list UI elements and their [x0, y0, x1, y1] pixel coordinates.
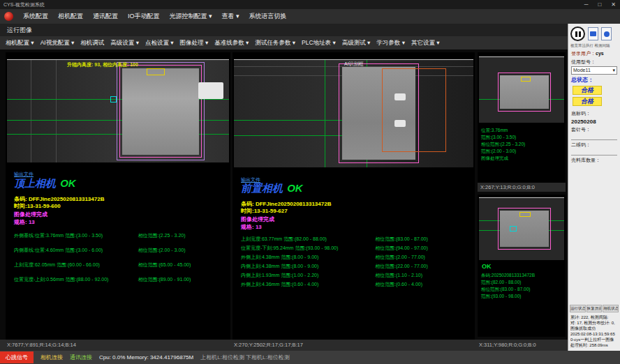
connector-part — [198, 82, 223, 99]
toolbar-ai-vision-config[interactable]: AI视觉配置 ▾ — [40, 39, 75, 47]
marker-yellow — [521, 77, 531, 82]
qr-row: 二维码： — [568, 140, 620, 149]
stat-line: 累计: 222, 检测间隔: — [570, 314, 618, 320]
phase-range: 相位范围:(94.00 - 97.00) — [375, 245, 472, 252]
stat-line: 对: 17, 检测分布统计: 0, — [570, 320, 618, 326]
minimize-icon[interactable]: ─ — [582, 0, 591, 9]
maximize-icon[interactable]: □ — [595, 0, 604, 9]
tab-camera-status[interactable]: 相机状态 — [603, 305, 619, 312]
stat-line: 图像抓取成功 — [570, 326, 618, 331]
menu-item-comm-config[interactable]: 通讯配置 — [93, 12, 118, 21]
total-status-label: 总状态： — [571, 77, 593, 83]
result-ok-badge: OK — [482, 263, 492, 270]
toolbar-advanced-settings[interactable]: 高级设置 ▾ — [110, 39, 139, 47]
monitor-button[interactable] — [601, 27, 612, 40]
measure-value: 位置宽度-下刻:95.24mm 范围:(93.00 - 98.00) — [241, 245, 375, 252]
phase-range: 相位范围:(65.00 - 45.00) — [138, 261, 228, 268]
ai-box-label: AI识别框 — [344, 61, 364, 68]
sidebar-spacer — [568, 164, 620, 305]
batch-code-value-row: 20250208 — [568, 117, 620, 125]
pixel-coordinate-readout: X:7677;Y:891;R:14;G:14;B:14 — [7, 340, 76, 351]
batch-code-row: 底标码： — [568, 109, 620, 117]
measure-line-text: 相位范围:(2.25 - 3.20) — [481, 142, 525, 148]
login-user-label: 登录用户： — [571, 51, 596, 56]
camera-image-front[interactable]: AI识别框 — [234, 59, 473, 167]
stock-row: 壳料库数量： — [568, 156, 620, 164]
needle-row: 套针号： — [568, 125, 620, 133]
camera-name: 前置相机 — [241, 182, 283, 194]
pixel-coordinate-readout: X:267;Y:13;R:0;G:0;B:0 — [478, 183, 566, 192]
window-controls: ─ □ ✕ — [582, 0, 619, 9]
toolbar-other-settings[interactable]: 其它设置 ▾ — [411, 39, 440, 47]
camera-result-title: 前置相机 OK — [241, 182, 303, 195]
marker-cyan — [110, 96, 117, 103]
tab-run-image[interactable]: 运行图像 — [7, 26, 32, 33]
camera-panel-aux-2: OK 条码:2025020813313472B 范围:(82.00 - 88.0… — [478, 195, 566, 337]
camera-name: 顶上相机 — [14, 177, 56, 189]
structure-line — [56, 60, 57, 162]
sidebar-tabs: 运行状态 恢复历史 相机状态 — [568, 305, 620, 313]
model-label: 使用型号： — [571, 59, 596, 64]
toolbar-plc-address-table[interactable]: PLC地址表 ▾ — [302, 39, 336, 47]
pause-button[interactable] — [570, 26, 585, 41]
qr-input[interactable] — [571, 149, 617, 156]
menu-item-system-config[interactable]: 系统配置 — [23, 12, 48, 21]
monitor-icon — [604, 31, 610, 37]
tab-history[interactable]: 恢复历史 — [586, 305, 603, 312]
measure-line-text: 范围:(93.00 - 98.00) — [481, 294, 521, 300]
spec-line: 规格: 13 — [241, 223, 262, 231]
measurement-row: 位置宽度-上刻:0.56mm 范围:(88.00 - 92.00) 相位范围:(… — [14, 276, 228, 283]
statistics-block: 累计: 222, 检测间隔: 对: 17, 检测分布统计: 0, 图像抓取成功 … — [568, 313, 620, 351]
toolbar-test-task-params[interactable]: 测试任务参数 ▾ — [255, 39, 295, 47]
measure-value: 外侧上刻:4.36mm 范围:(0.60 - 4.00) — [241, 281, 375, 288]
view-tab-row: 运行图像 — [0, 24, 568, 36]
toolbar-baseline-params[interactable]: 基准线参数 ▾ — [214, 39, 249, 47]
marker-yellow — [519, 212, 531, 217]
ai-detect-box — [382, 68, 446, 152]
menu-item-io-manual[interactable]: IO手动配置 — [128, 12, 160, 21]
menu-item-language-switch[interactable]: 系统语言切换 — [249, 12, 287, 21]
toolbar-advanced-test[interactable]: 高级测试 ▾ — [342, 39, 371, 47]
batch-code-label: 底标码： — [571, 111, 591, 116]
measure-value: 内侧上刻:1.93mm 范围:(1.00 - 2.20) — [241, 272, 375, 279]
total-status-row: 总状态： — [568, 75, 620, 84]
menu-item-light-control[interactable]: 光源控制配置 ▾ — [170, 12, 212, 21]
needle-input[interactable] — [571, 134, 617, 140]
algo-status-line: 视觉算法执行 检测间隔 — [568, 43, 620, 49]
coordinate-strip: X:7677;Y:891;R:14;G:14;B:14 X:270;Y:2502… — [0, 340, 568, 351]
phase-range: 相位范围:(89.00 - 91.00) — [138, 276, 228, 283]
measure-line-text: 图像处理完成 — [481, 156, 508, 162]
measurement-row: 外侧上刻:4.38mm 范围:(8.00 - 9.00) 相位范围:(2.00 … — [241, 254, 472, 261]
camera-result-title: 顶上相机 OK — [14, 177, 76, 190]
camera-panel-front: AI识别框 输出文件 前置相机 OK 条码: DFFJine2025020813… — [232, 52, 475, 340]
phase-range: 相位范围:(0.60 - 4.00) — [375, 281, 472, 288]
phase-range: 相位范围:(83.00 - 87.00) — [375, 236, 472, 243]
camera-image-aux-2[interactable] — [479, 197, 564, 260]
toolbar-image-processing[interactable]: 图像处理 ▾ — [180, 39, 209, 47]
measure-line-text: 位置:3.76mm — [481, 128, 508, 134]
toolbar: 相机配置 ▾ AI视觉配置 ▾ 相机调试 高级设置 ▾ 点检设置 ▾ 图像处理 … — [0, 36, 568, 50]
measure-value: 上刻宽度:62.05mm 范围:(60.00 - 66.00) — [14, 261, 138, 268]
camera-image-aux-1[interactable] — [479, 56, 564, 123]
status-badge: 合格 — [573, 86, 602, 95]
toolbar-spotcheck-settings[interactable]: 点检设置 ▾ — [145, 39, 174, 47]
toolbar-camera-debug[interactable]: 相机调试 — [80, 39, 104, 47]
toolbar-learning-params[interactable]: 学习参数 ▾ — [376, 39, 405, 47]
pause-icon — [575, 31, 577, 37]
capture-button[interactable] — [588, 27, 598, 40]
right-sidebar: 视觉算法执行 检测间隔 登录用户：cys 使用型号： Mode11 ▾ 总状态：… — [568, 24, 620, 351]
measure-value: 内侧上刻:4.38mm 范围:(8.00 - 9.00) — [241, 263, 375, 270]
model-select-value: Mode11 — [573, 67, 591, 74]
menu-item-view[interactable]: 查看 ▾ — [222, 12, 239, 21]
phase-range: 相位范围:(2.00 - 77.00) — [375, 254, 472, 261]
tab-run-status[interactable]: 运行状态 — [570, 305, 586, 312]
model-select[interactable]: Mode11 ▾ — [571, 66, 617, 75]
bright-spot — [394, 120, 406, 127]
comm-link-status: 通讯连接 — [70, 354, 92, 361]
menu-bar: 系统配置 相机配置 通讯配置 IO手动配置 光源控制配置 ▾ 查看 ▾ 系统语言… — [0, 9, 620, 24]
bright-spot — [394, 93, 406, 100]
close-icon[interactable]: ✕ — [608, 0, 619, 9]
menu-item-camera-config[interactable]: 相机配置 — [58, 12, 83, 21]
toolbar-camera-config[interactable]: 相机配置 ▾ — [6, 39, 34, 47]
camera-image-top[interactable]: 升辊内高度: 93, 相位内高度: 100 — [7, 59, 229, 162]
